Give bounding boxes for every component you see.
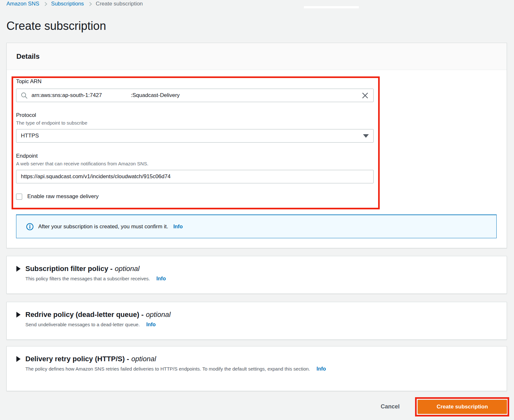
section-optional-label: optional xyxy=(115,265,139,273)
topic-arn-value-suffix: :Squadcast-Delivery xyxy=(131,92,180,99)
section-description-text: This policy filters the messages that a … xyxy=(25,276,150,281)
info-link[interactable]: Info xyxy=(146,322,155,327)
breadcrumb-link-amazon-sns[interactable]: Amazon SNS xyxy=(6,1,39,7)
protocol-label: Protocol xyxy=(16,112,36,118)
section-title: Redrive policy (dead-letter queue) - xyxy=(25,311,144,319)
section-description-text: Send undeliverable messages to a dead-le… xyxy=(25,322,140,327)
expand-arrow-icon[interactable] xyxy=(16,356,21,362)
section-optional-label: optional xyxy=(146,311,171,319)
info-link[interactable]: Info xyxy=(156,276,166,281)
create-subscription-button[interactable]: Create subscription xyxy=(418,400,507,414)
search-icon xyxy=(21,92,28,99)
protocol-selected-value: HTTPS xyxy=(21,133,39,139)
details-card-header: Details xyxy=(7,43,507,70)
expand-arrow-icon[interactable] xyxy=(16,266,21,272)
redrive-policy-section: Redrive policy (dead-letter queue) - opt… xyxy=(6,302,507,340)
raw-message-delivery-checkbox[interactable] xyxy=(16,194,22,200)
topic-arn-value-prefix: arn:aws:sns:ap-south-1:7427 xyxy=(31,92,102,99)
section-title: Subscription filter policy - xyxy=(25,265,112,273)
endpoint-input[interactable]: https://api.squadcast.com/v1/incidents/c… xyxy=(16,170,374,183)
section-optional-label: optional xyxy=(131,355,156,363)
raw-message-delivery-label: Enable raw message delivery xyxy=(27,193,99,200)
info-circle-icon xyxy=(26,223,34,231)
delivery-retry-policy-section: Delivery retry policy (HTTP/S) - optiona… xyxy=(6,346,507,391)
endpoint-label: Endpoint xyxy=(16,153,38,159)
info-link[interactable]: Info xyxy=(173,224,182,230)
alert-text: After your subscription is created, you … xyxy=(38,223,168,230)
confirmation-info-alert: After your subscription is created, you … xyxy=(16,214,497,238)
redacted-region xyxy=(304,6,359,8)
chevron-right-icon xyxy=(88,2,92,6)
expand-arrow-icon[interactable] xyxy=(16,312,21,318)
section-description: This policy filters the messages that a … xyxy=(25,276,497,282)
chevron-down-icon xyxy=(363,134,369,138)
protocol-select[interactable]: HTTPS xyxy=(16,129,374,143)
topic-arn-input[interactable]: arn:aws:sns:ap-south-1:7427 :Squadcast-D… xyxy=(16,89,374,102)
breadcrumb-current-page: Create subscription xyxy=(96,1,143,7)
section-delivery-retry-policy-toggle[interactable]: Delivery retry policy (HTTP/S) - optiona… xyxy=(16,355,497,363)
endpoint-value: https://api.squadcast.com/v1/incidents/c… xyxy=(21,173,171,180)
section-title: Delivery retry policy (HTTP/S) - xyxy=(25,355,129,363)
cancel-button[interactable]: Cancel xyxy=(381,403,400,410)
page-title: Create subscription xyxy=(6,19,106,33)
protocol-description: The type of endpoint to subscribe xyxy=(16,120,87,126)
subscription-filter-policy-section: Subscription filter policy - optional Th… xyxy=(6,256,507,294)
info-link[interactable]: Info xyxy=(316,366,326,372)
breadcrumb: Amazon SNS Subscriptions Create subscrip… xyxy=(6,1,143,7)
raw-message-delivery-row: Enable raw message delivery xyxy=(16,193,99,200)
chevron-right-icon xyxy=(43,2,47,6)
details-heading: Details xyxy=(16,52,40,61)
breadcrumb-link-subscriptions[interactable]: Subscriptions xyxy=(51,1,84,7)
section-description: The policy defines how Amazon SNS retrie… xyxy=(25,366,497,372)
topic-arn-label: Topic ARN xyxy=(16,78,41,85)
section-subscription-filter-policy-toggle[interactable]: Subscription filter policy - optional xyxy=(16,265,497,273)
clear-icon[interactable] xyxy=(361,92,369,99)
section-description: Send undeliverable messages to a dead-le… xyxy=(25,322,497,328)
section-description-text: The policy defines how Amazon SNS retrie… xyxy=(25,366,310,372)
section-redrive-policy-toggle[interactable]: Redrive policy (dead-letter queue) - opt… xyxy=(16,311,497,319)
endpoint-description: A web server that can receive notificati… xyxy=(16,161,148,166)
